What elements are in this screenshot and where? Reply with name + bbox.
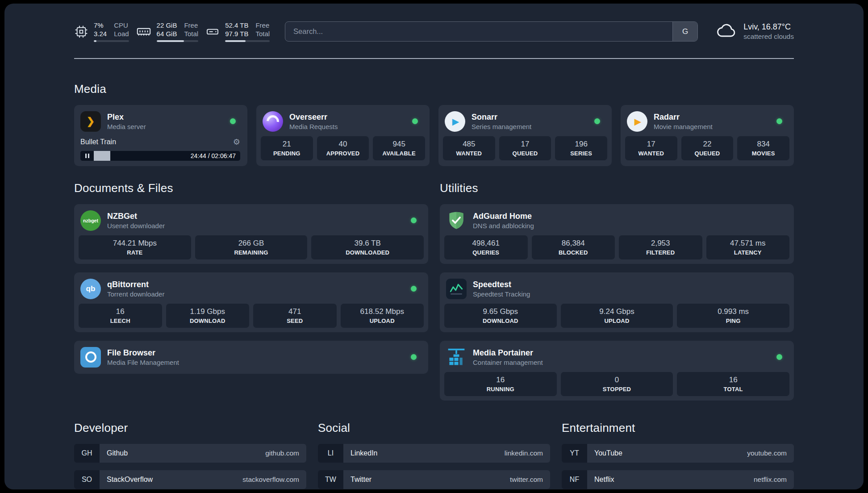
playback-track[interactable] xyxy=(94,151,186,161)
stat-label: PENDING xyxy=(263,150,311,157)
service-name: AdGuard Home xyxy=(473,212,534,221)
stat-value: 834 xyxy=(739,140,788,149)
service-link-nzbget[interactable]: nzbget NZBGet Usenet downloader xyxy=(79,209,424,235)
stat-value: 471 xyxy=(255,307,335,316)
bookmark-domain: netflix.com xyxy=(754,476,787,484)
stat-label: DOWNLOADED xyxy=(313,249,422,256)
stat-label: QUERIES xyxy=(446,249,526,256)
bookmark-github[interactable]: GH Github github.com xyxy=(74,444,306,463)
bookmark-youtube[interactable]: YT YouTube youtube.com xyxy=(562,444,794,463)
service-subtitle: Media server xyxy=(107,123,146,130)
service-name: qBittorrent xyxy=(107,280,164,289)
section-title-documents: Documents & Files xyxy=(74,181,428,195)
weather-widget: Lviv, 16.87°C scattered clouds xyxy=(716,22,794,41)
service-link-adguard[interactable]: AdGuard Home DNS and adblocking xyxy=(444,209,789,235)
radarr-icon: ▶ xyxy=(627,111,647,132)
section-title-developer: Developer xyxy=(74,421,306,435)
stat-approved: 40 APPROVED xyxy=(317,136,369,160)
stat-label: STOPPED xyxy=(563,386,672,393)
service-subtitle: Speedtest Tracking xyxy=(473,290,530,298)
sonarr-icon: ▶ xyxy=(445,111,465,132)
stat-label: REMAINING xyxy=(197,249,306,256)
stat-label: DOWNLOAD xyxy=(446,318,555,324)
cpu-usage-label: CPU xyxy=(114,21,129,30)
stat-download: 9.65 Gbps DOWNLOAD xyxy=(444,304,557,328)
gear-icon[interactable]: ⚙ xyxy=(233,137,240,147)
card-overseerr: Overseerr Media Requests 21 PENDING 40 A… xyxy=(256,105,430,166)
plex-now-playing: Bullet Train ⚙ 24:44 / 02:06:47 xyxy=(79,137,243,162)
bookmark-twitter[interactable]: TW Twitter twitter.com xyxy=(318,470,550,489)
stat-running: 16 RUNNING xyxy=(444,372,557,396)
service-link-qbittorrent[interactable]: qb qBittorrent Torrent downloader xyxy=(79,277,424,304)
memory-free-value: 22 GiB xyxy=(157,21,177,30)
service-link-radarr[interactable]: ▶ Radarr Movie management xyxy=(625,109,789,136)
bookmark-abbr: SO xyxy=(74,470,100,489)
stat-queries: 498,461 QUERIES xyxy=(444,235,528,259)
cpu-widget: 7% 3.24 CPU Load xyxy=(74,21,129,42)
adguard-shield-icon xyxy=(446,210,467,231)
stat-label: UPLOAD xyxy=(563,318,672,324)
service-subtitle: Movie management xyxy=(654,123,713,130)
service-link-overseerr[interactable]: Overseerr Media Requests xyxy=(261,109,425,136)
disk-progress-bar xyxy=(225,40,270,42)
stat-pending: 21 PENDING xyxy=(261,136,313,160)
service-name: Radarr xyxy=(654,113,713,122)
status-dot-online xyxy=(411,286,417,292)
service-name: NZBGet xyxy=(107,212,165,221)
bookmark-domain: youtube.com xyxy=(747,449,787,457)
service-link-filebrowser[interactable]: File Browser Media File Management xyxy=(79,345,424,369)
stat-label: WANTED xyxy=(445,150,493,157)
stat-download: 1.19 Gbps DOWNLOAD xyxy=(166,304,250,328)
playback-progress-fill xyxy=(94,151,110,161)
service-link-sonarr[interactable]: ▶ Sonarr Series management xyxy=(443,109,607,136)
stat-label: PING xyxy=(679,318,788,324)
status-dot-online xyxy=(411,217,417,223)
stat-leech: 16 LEECH xyxy=(79,304,162,328)
stat-label: TOTAL xyxy=(679,386,788,393)
stat-value: 498,461 xyxy=(446,239,526,248)
bookmark-abbr: LI xyxy=(318,444,343,463)
service-name: Plex xyxy=(107,113,146,122)
section-social: Social LI LinkedIn linkedin.com TW Twitt… xyxy=(318,421,550,490)
search-provider-button[interactable]: G xyxy=(672,22,697,41)
service-link-plex[interactable]: ❯ Plex Media server xyxy=(79,109,243,136)
stat-label: FILTERED xyxy=(621,249,701,256)
cpu-usage-value: 7% xyxy=(94,21,107,30)
stat-value: 39.6 TB xyxy=(313,239,422,248)
stat-label: DOWNLOAD xyxy=(168,318,248,324)
service-subtitle: Torrent downloader xyxy=(107,290,164,298)
service-subtitle: Series management xyxy=(472,123,531,130)
stat-label: QUEUED xyxy=(501,150,550,157)
status-dot-online xyxy=(411,354,417,360)
disk-icon xyxy=(205,25,220,39)
memory-total-label: Total xyxy=(184,30,198,38)
search-input[interactable] xyxy=(285,22,672,41)
status-dot-online xyxy=(230,118,236,124)
stat-label: WANTED xyxy=(627,150,676,157)
bookmark-name: YouTube xyxy=(594,449,622,457)
stat-value: 9.65 Gbps xyxy=(446,307,555,316)
cpu-load-value: 3.24 xyxy=(94,30,107,38)
stat-value: 196 xyxy=(557,140,605,149)
service-name: Speedtest xyxy=(473,280,530,289)
service-link-portainer[interactable]: Media Portainer Container management xyxy=(444,345,789,372)
card-filebrowser: File Browser Media File Management xyxy=(74,341,428,374)
bookmark-domain: stackoverflow.com xyxy=(242,476,299,484)
section-media: Media ❯ Plex Media server xyxy=(74,82,794,166)
stat-label: MOVIES xyxy=(739,150,788,157)
stat-label: SEED xyxy=(255,318,335,324)
bookmark-netflix[interactable]: NF Netflix netflix.com xyxy=(562,470,794,489)
service-subtitle: Usenet downloader xyxy=(107,222,165,230)
stat-stopped: 0 STOPPED xyxy=(561,372,673,396)
stat-remaining: 266 GB REMAINING xyxy=(195,235,308,259)
memory-free-label: Free xyxy=(184,21,198,30)
service-link-speedtest[interactable]: Speedtest Speedtest Tracking xyxy=(444,277,789,304)
bookmark-stackoverflow[interactable]: SO StackOverflow stackoverflow.com xyxy=(74,470,306,489)
cloud-icon xyxy=(716,23,737,41)
pause-button[interactable] xyxy=(80,151,94,161)
playback-progress-bar[interactable]: 24:44 / 02:06:47 xyxy=(80,151,240,161)
bookmark-linkedin[interactable]: LI LinkedIn linkedin.com xyxy=(318,444,550,463)
stat-label: LEECH xyxy=(80,318,160,324)
stat-filtered: 2,953 FILTERED xyxy=(619,235,702,259)
status-dot-online xyxy=(776,354,782,360)
